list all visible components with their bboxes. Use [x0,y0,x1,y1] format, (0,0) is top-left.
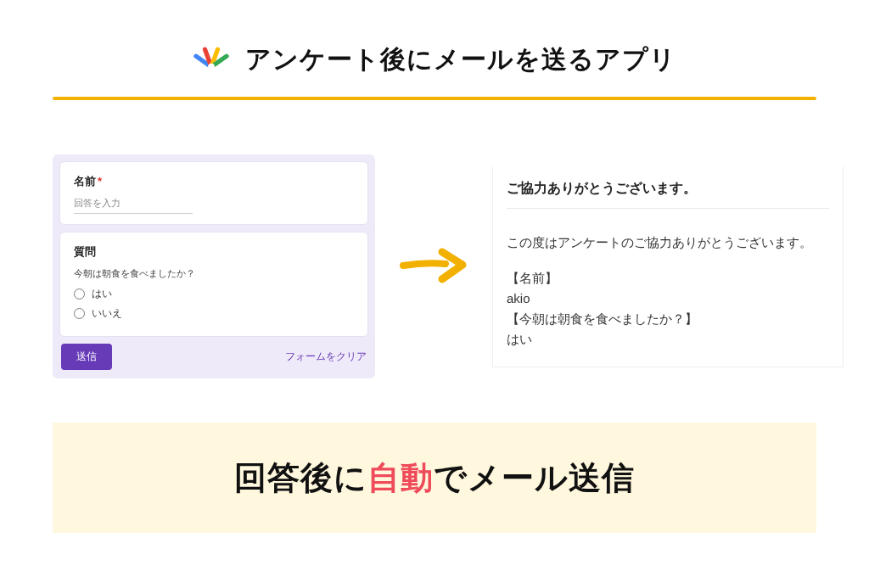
google-form-panel: 名前* 回答を入力 質問 今朝は朝食を食べましたか？ はい いいえ 送信 フォー… [53,154,375,378]
name-card: 名前* 回答を入力 [59,161,368,225]
banner-text: 回答後に自動でメール送信 [234,456,635,500]
clear-form-link[interactable]: フォームをクリア [285,350,367,364]
email-answer-value: はい [507,329,829,350]
options-group: はい いいえ [74,287,354,321]
name-label-text: 名前 [74,175,96,188]
email-name-value: akio [507,288,829,309]
option-no[interactable]: いいえ [74,306,354,321]
email-body: この度はアンケートのご協力ありがとうございます。 【名前】 akio 【今朝は朝… [507,232,829,350]
required-asterisk: * [98,175,102,188]
svg-point-4 [208,64,215,70]
email-intro: この度はアンケートのご協力ありがとうございます。 [507,232,829,253]
option-no-label: いいえ [92,306,122,321]
apps-script-logo-icon [193,41,230,78]
email-subject: ご協力ありがとうございます。 [507,166,829,209]
form-footer: 送信 フォームをクリア [59,344,368,372]
name-label: 名前* [74,174,354,189]
radio-icon [74,288,85,300]
radio-icon [74,308,85,319]
submit-button[interactable]: 送信 [61,344,112,370]
header: アンケート後にメールを送るアプリ [0,41,869,78]
banner-accent: 自動 [367,460,434,496]
title-underline [53,97,816,100]
banner-part1: 回答後に [234,460,367,496]
arrow-icon [395,245,472,288]
name-input[interactable]: 回答を入力 [74,198,193,214]
option-yes[interactable]: はい [74,287,354,301]
option-yes-label: はい [92,287,112,301]
email-preview-panel: ご協力ありがとうございます。 この度はアンケートのご協力ありがとうございます。 … [492,166,844,367]
question-label: 質問 [74,244,354,260]
email-answer-header: 【今朝は朝食を食べましたか？】 [507,309,829,329]
question-subtitle: 今朝は朝食を食べましたか？ [74,268,354,280]
question-card: 質問 今朝は朝食を食べましたか？ はい いいえ [59,232,368,337]
email-name-header: 【名前】 [507,268,829,288]
page-title: アンケート後にメールを送るアプリ [245,42,676,77]
bottom-banner: 回答後に自動でメール送信 [53,423,816,533]
main-row: 名前* 回答を入力 質問 今朝は朝食を食べましたか？ はい いいえ 送信 フォー… [53,154,844,378]
banner-part2: でメール送信 [434,460,635,496]
